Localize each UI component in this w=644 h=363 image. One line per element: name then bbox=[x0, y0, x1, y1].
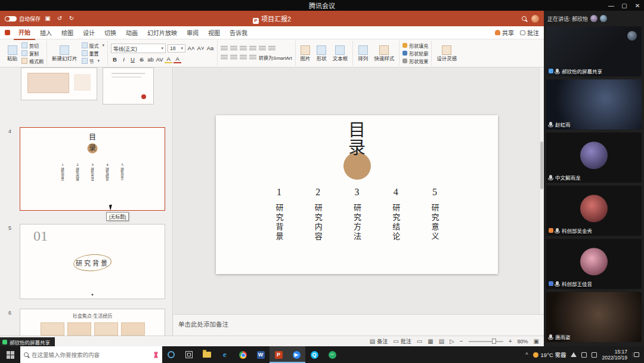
highlight-color-button[interactable]: A bbox=[165, 56, 172, 63]
font-name-combo[interactable]: 等线(正文)▾ bbox=[111, 44, 166, 53]
participant-tile[interactable]: 中文解雨龙 bbox=[546, 133, 642, 183]
section-button[interactable]: 节▾ bbox=[82, 58, 105, 64]
comments-toggle[interactable]: ▭批注 bbox=[393, 337, 411, 345]
ime-icon[interactable] bbox=[592, 352, 597, 358]
slide-thumbnail-partial[interactable] bbox=[21, 67, 97, 100]
arrange-button[interactable]: 排列 bbox=[356, 45, 370, 61]
layout-button[interactable]: 版式▾ bbox=[82, 42, 105, 49]
chrome-button[interactable] bbox=[234, 346, 252, 363]
current-slide[interactable]: 目 录 1研究背景 2研究内容 3研究方法 4研究结论 5研究意义 bbox=[216, 115, 498, 274]
zoom-level[interactable]: 80% bbox=[518, 339, 528, 344]
picture-button[interactable]: 图片 bbox=[299, 45, 312, 61]
account-avatar[interactable] bbox=[531, 15, 539, 23]
participant-tile[interactable]: 科创部王佳音 bbox=[546, 239, 642, 289]
slide-thumbnail-5[interactable]: 01 研究背景 bbox=[20, 224, 165, 299]
tencent-meeting-button[interactable]: ▶ bbox=[287, 346, 305, 363]
copy-button[interactable]: 复制 bbox=[21, 50, 44, 57]
tab-tellme[interactable]: 告诉我 bbox=[225, 26, 252, 39]
quick-styles-button[interactable]: 快速样式 bbox=[372, 45, 396, 61]
font-size-combo[interactable]: 18▾ bbox=[168, 44, 185, 53]
show-hidden-icons-button[interactable]: ^ bbox=[525, 352, 528, 358]
align-center-icon[interactable] bbox=[230, 55, 237, 60]
slide-canvas[interactable]: 目 录 1研究背景 2研究内容 3研究方法 4研究结论 5研究意义 bbox=[174, 67, 544, 314]
zoom-slider-thumb[interactable] bbox=[492, 339, 496, 344]
bold-button[interactable]: B bbox=[111, 56, 119, 63]
search-icon[interactable] bbox=[522, 16, 527, 21]
slide-thumbnail-6[interactable]: 社会焦点·生活经历 bbox=[20, 309, 165, 336]
tab-review[interactable]: 审阅 bbox=[182, 26, 203, 39]
shapes-button[interactable]: 形状 bbox=[315, 45, 329, 61]
slide-thumbnail-partial[interactable] bbox=[103, 67, 154, 104]
notes-pane[interactable]: 单击此处添加备注 bbox=[174, 314, 544, 336]
slide-thumbnail-panel[interactable]: 4 目 录 1研究背景 2研究内容 3研究方法 4研究结论 5研究意义 [无标题… bbox=[0, 67, 173, 336]
slideshow-button[interactable]: ▷ bbox=[450, 338, 454, 344]
clear-format-button[interactable]: Aa bbox=[206, 45, 214, 51]
indent-increase-icon[interactable] bbox=[249, 46, 256, 51]
shape-fill-button[interactable]: 形状填充 bbox=[402, 42, 428, 49]
qq-button[interactable]: Q bbox=[305, 346, 323, 363]
cortana-button[interactable] bbox=[162, 346, 180, 363]
text-direction-icon[interactable] bbox=[268, 46, 275, 51]
file-menu-icon[interactable] bbox=[5, 30, 10, 35]
shape-effects-button[interactable]: 形状效果 bbox=[402, 58, 428, 64]
char-spacing-button[interactable]: AV bbox=[156, 56, 163, 63]
strikethrough-button[interactable]: S bbox=[138, 56, 145, 63]
bullets-icon[interactable] bbox=[221, 46, 228, 51]
wechat-button[interactable]: ·· bbox=[323, 346, 341, 363]
font-color-button[interactable]: A bbox=[174, 56, 181, 63]
shape-outline-button[interactable]: 形状轮廓 bbox=[402, 50, 428, 57]
zoom-in-button[interactable]: + bbox=[509, 338, 512, 344]
network-icon[interactable] bbox=[571, 352, 577, 357]
cut-button[interactable]: 剪切 bbox=[21, 42, 44, 49]
design-ideas-button[interactable]: 设计灵感 bbox=[435, 45, 459, 61]
line-spacing-icon[interactable] bbox=[259, 46, 266, 51]
slide-sorter-button[interactable]: ▦ bbox=[428, 338, 433, 344]
convert-smartart-button[interactable]: 转换为SmartArt bbox=[259, 54, 292, 61]
action-center-button[interactable] bbox=[632, 352, 640, 357]
italic-button[interactable]: I bbox=[120, 56, 128, 63]
textbox-button[interactable]: 文本框 bbox=[331, 45, 350, 61]
reading-view-button[interactable]: ▤ bbox=[439, 338, 444, 344]
paste-button[interactable]: 粘贴 bbox=[5, 45, 19, 61]
format-painter-button[interactable]: 格式刷 bbox=[21, 58, 44, 64]
tab-animations[interactable]: 动画 bbox=[121, 26, 143, 39]
scrollbar-thumb[interactable] bbox=[540, 141, 543, 189]
tab-view[interactable]: 视图 bbox=[203, 26, 225, 39]
text-shadow-button[interactable]: ab bbox=[147, 56, 154, 63]
minimize-button[interactable]: — bbox=[605, 2, 618, 9]
tab-insert[interactable]: 插入 bbox=[35, 26, 57, 39]
participant-tile-screen-share[interactable]: 郝欣怡的屏幕共享 bbox=[546, 26, 642, 76]
align-left-icon[interactable] bbox=[221, 55, 228, 60]
edge-button[interactable]: e bbox=[216, 346, 234, 363]
powerpoint-button[interactable]: P bbox=[270, 346, 287, 363]
indent-decrease-icon[interactable] bbox=[240, 46, 247, 51]
zoom-slider[interactable] bbox=[469, 341, 503, 342]
participant-tile[interactable]: 科创部吴金秀 bbox=[546, 186, 642, 236]
canvas-scrollbar[interactable] bbox=[539, 67, 544, 314]
participant-tile[interactable]: 赵虹雨 bbox=[546, 79, 642, 130]
underline-button[interactable]: U bbox=[129, 56, 137, 63]
screen-share-indicator[interactable]: 郝欣怡的屏幕共享 bbox=[0, 337, 55, 346]
justify-icon[interactable] bbox=[249, 55, 256, 60]
new-slide-button[interactable]: 新建幻灯片 bbox=[50, 45, 79, 61]
task-view-button[interactable] bbox=[180, 346, 198, 363]
zoom-out-button[interactable]: − bbox=[460, 338, 463, 344]
notes-toggle[interactable]: ▤备注 bbox=[370, 337, 388, 345]
tab-slideshow[interactable]: 幻灯片放映 bbox=[143, 26, 182, 39]
close-button[interactable]: ✕ bbox=[631, 2, 644, 9]
tab-design[interactable]: 设计 bbox=[78, 26, 100, 39]
start-button[interactable] bbox=[0, 346, 20, 363]
numbering-icon[interactable] bbox=[230, 46, 237, 51]
tab-home[interactable]: 开始 bbox=[14, 26, 35, 40]
share-button[interactable]: 共享 bbox=[495, 28, 514, 37]
align-right-icon[interactable] bbox=[240, 55, 247, 60]
slide-thumbnail-4[interactable]: 目 录 1研究背景 2研究内容 3研究方法 4研究结论 5研究意义 bbox=[20, 127, 165, 211]
normal-view-button[interactable]: ▭ bbox=[417, 338, 422, 344]
taskbar-search[interactable] bbox=[20, 346, 162, 363]
maximize-button[interactable]: ▢ bbox=[618, 2, 631, 9]
weather-widget[interactable]: 19°C 雾霾 bbox=[533, 350, 566, 359]
shrink-font-button[interactable]: A˅ bbox=[197, 45, 205, 51]
grow-font-button[interactable]: A˄ bbox=[187, 45, 195, 51]
volume-icon[interactable] bbox=[581, 352, 587, 358]
taskbar-clock[interactable]: 15:17 2022/10/19 bbox=[602, 349, 627, 361]
